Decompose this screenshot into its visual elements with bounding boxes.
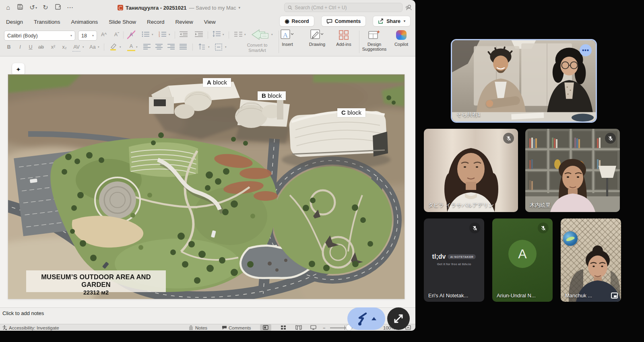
save-as-icon[interactable]	[54, 4, 62, 12]
font-name-combo[interactable]: Calibri (Body) ▾	[4, 31, 75, 41]
powerpoint-window: ⌂ ↺ ▾ ↻ ⋯ Танилцуулга - 20251021 — Saved…	[0, 0, 415, 331]
tab-slide-show[interactable]: Slide Show	[109, 19, 136, 25]
design-suggestions-button[interactable]: Design Suggestions	[361, 29, 387, 52]
align-left-button[interactable]	[143, 43, 151, 50]
accessibility-status[interactable]: Accessibility: Investigate	[2, 325, 59, 331]
record-button-label: Record	[292, 19, 309, 24]
fullscreen-expand-button[interactable]	[387, 307, 410, 330]
search-input[interactable]	[295, 5, 399, 10]
presence-share-icon[interactable]	[405, 4, 413, 12]
b-block-label[interactable]: B block	[258, 91, 286, 100]
slide-sorter-view-button[interactable]	[278, 324, 289, 331]
video-tile-ai-notetaker[interactable]: tl;dv AI NOTETAKER Get it for free at tl…	[424, 218, 484, 302]
share-button[interactable]: Share ▾	[373, 16, 411, 27]
convert-smartart-caret-icon[interactable]: ▾	[271, 33, 273, 36]
video-tile-shared-room[interactable]: ••• そら共有1	[451, 39, 597, 123]
search-box[interactable]	[284, 3, 402, 12]
line-spacing-button[interactable]	[213, 31, 221, 37]
reading-view-button[interactable]	[293, 324, 304, 331]
design-suggestions-icon	[368, 30, 380, 40]
c-block-label[interactable]: C block	[337, 108, 365, 117]
tile-more-options-button[interactable]: •••	[580, 44, 592, 56]
font-color-button[interactable]: A	[127, 43, 135, 51]
video-tile-manchuk[interactable]: Manchuk ...	[561, 218, 621, 302]
underline-button[interactable]: U	[27, 43, 35, 52]
character-spacing-caret-icon[interactable]: ▾	[83, 45, 84, 49]
line-spacing-caret-icon[interactable]: ▾	[223, 33, 224, 36]
tab-record[interactable]: Record	[147, 19, 165, 25]
undo-caret-icon[interactable]: ▾	[35, 6, 37, 10]
align-center-button[interactable]	[155, 43, 163, 50]
insert-button[interactable]: A Insert	[276, 29, 299, 47]
text-direction-button[interactable]	[198, 43, 205, 51]
undo-icon[interactable]: ↺	[28, 4, 36, 12]
columns-button[interactable]	[234, 31, 242, 37]
character-spacing-button[interactable]: AV	[72, 43, 80, 52]
redo-icon[interactable]: ↻	[41, 4, 50, 12]
video-tile-ariun-undral[interactable]: A Ariun-Undral N...	[492, 218, 553, 302]
slide-canvas[interactable]: A block B block C block MUSEUM’S OUTDOOR…	[8, 74, 405, 299]
video-tile-davila[interactable]: ダビラ イラサバルアデリン	[424, 129, 518, 212]
tab-review[interactable]: Review	[175, 19, 193, 25]
decrease-indent-button[interactable]	[180, 31, 188, 37]
zoom-out-button[interactable]: −	[323, 325, 326, 331]
title-caret-icon[interactable]: ▾	[239, 6, 241, 10]
decrease-font-size-button[interactable]: Aˇ	[113, 30, 121, 39]
copilot-button[interactable]: Copilot	[390, 29, 413, 47]
svg-text:3: 3	[159, 35, 160, 37]
highlight-button[interactable]	[109, 43, 118, 51]
home-icon[interactable]: ⌂	[4, 4, 12, 12]
participant-name: Manchuk ...	[565, 293, 592, 299]
convert-smartart-icon[interactable]	[251, 29, 270, 40]
highlight-caret-icon[interactable]: ▾	[120, 45, 121, 49]
font-size-combo[interactable]: 18 ▾	[78, 31, 97, 41]
italic-button[interactable]: I	[16, 43, 24, 52]
increase-font-size-button[interactable]: A^	[100, 30, 108, 39]
notes-toggle[interactable]: Notes	[188, 325, 207, 331]
comments-button[interactable]: Comments	[321, 16, 366, 27]
comments-toggle[interactable]: Comments	[222, 325, 251, 331]
align-text-button[interactable]	[215, 43, 222, 51]
align-right-button[interactable]	[167, 43, 175, 50]
bullets-caret-icon[interactable]: ▾	[152, 33, 153, 36]
numbering-button[interactable]: 123	[159, 31, 167, 37]
slideshow-view-button[interactable]	[308, 324, 319, 331]
video-tile-kiuchi[interactable]: 木内絵里	[525, 129, 620, 212]
picture-in-picture-icon[interactable]	[611, 293, 618, 299]
designer-sparkle-button[interactable]: ✦	[12, 63, 25, 76]
subscript-button[interactable]: x₂	[60, 43, 68, 52]
tab-design[interactable]: Design	[6, 19, 23, 25]
addins-button[interactable]: Add-ins	[333, 29, 354, 47]
convert-smartart-label[interactable]: Convert to SmartArt	[241, 43, 274, 53]
clear-formatting-button[interactable]: A	[127, 30, 135, 39]
bullets-button[interactable]	[142, 31, 150, 37]
strikethrough-button[interactable]: ab	[37, 43, 45, 52]
saved-status: — Saved to my Mac	[189, 5, 236, 11]
change-case-caret-icon[interactable]: ▾	[98, 45, 99, 49]
record-button[interactable]: ◉ Record	[279, 16, 314, 27]
increase-indent-button[interactable]	[195, 31, 203, 37]
numbering-caret-icon[interactable]: ▾	[169, 33, 170, 36]
change-case-button[interactable]: Aa	[89, 43, 97, 52]
align-text-caret-icon[interactable]: ▾	[225, 45, 227, 49]
participant-name: Eri's AI Notetak...	[428, 293, 468, 299]
annotation-tool-button[interactable]	[347, 307, 385, 330]
a-block-label[interactable]: A block	[203, 78, 231, 87]
text-direction-caret-icon[interactable]: ▾	[208, 45, 210, 49]
save-icon[interactable]	[16, 4, 24, 12]
columns-caret-icon[interactable]: ▾	[244, 33, 246, 36]
drawing-button[interactable]: Drawing	[306, 29, 328, 47]
document-title-group[interactable]: Танилцуулга - 20251021 — Saved to my Mac…	[118, 4, 240, 12]
tab-transitions[interactable]: Transitions	[34, 19, 60, 25]
powerpoint-doc-icon	[118, 5, 123, 10]
tab-animations[interactable]: Animations	[71, 19, 98, 25]
bold-button[interactable]: B	[5, 43, 13, 52]
a-block-letter: A	[207, 79, 211, 86]
more-commands-icon[interactable]: ⋯	[66, 4, 74, 12]
normal-view-button[interactable]	[260, 324, 271, 331]
slide-caption[interactable]: MUSEUM’S OUTDOOR AREA AND GARDEN 22312 м…	[26, 270, 166, 292]
superscript-button[interactable]: x²	[49, 43, 57, 52]
justify-button[interactable]	[180, 43, 187, 50]
tab-view[interactable]: View	[204, 19, 216, 25]
font-color-caret-icon[interactable]: ▾	[136, 45, 138, 49]
